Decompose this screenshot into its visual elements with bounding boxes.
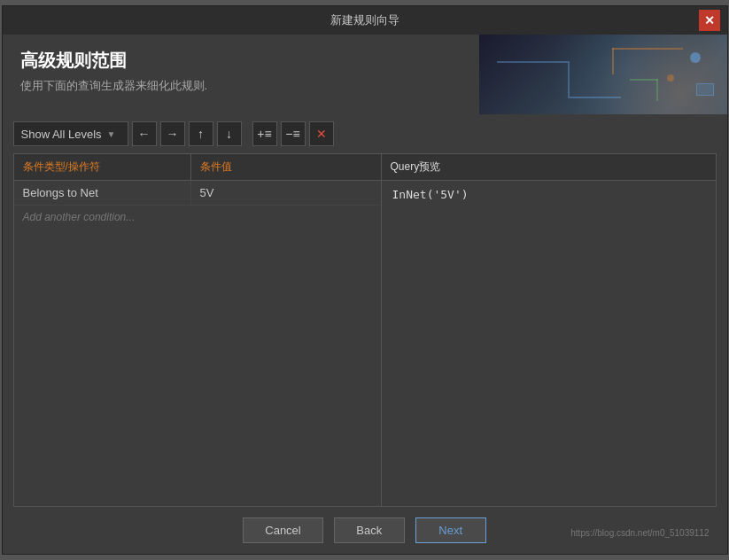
pcb-decoration [630,79,658,81]
header-section: 高级规则范围 使用下面的查询生成器来细化此规则. [3,35,727,114]
move-up-button[interactable]: ↑ [189,121,213,146]
conditions-panel: 条件类型/操作符 条件值 Belongs to Net 5V Add anoth… [14,154,382,506]
pcb-decoration [568,61,570,97]
pcb-component [696,83,714,96]
header-text: 高级规则范围 使用下面的查询生成器来细化此规则. [3,35,479,114]
move-down-button[interactable]: ↓ [217,121,242,146]
pcb-decoration [497,61,568,63]
clear-button[interactable]: ✕ [309,121,334,146]
add-row-button[interactable]: +≡ [252,121,277,146]
levels-dropdown[interactable]: Show All Levels ▼ [13,121,128,146]
col-value-header: 条件值 [191,154,381,180]
query-panel: Query预览 InNet('5V') [382,154,716,506]
col-type-header: 条件类型/操作符 [14,154,191,180]
pcb-component [690,52,701,63]
row-type-cell: Belongs to Net [14,181,191,205]
watermark: https://blog.csdn.net/m0_51039112 [570,528,709,538]
dialog: 新建规则向导 ✕ 高级规则范围 使用下面的查询生成器来细化此规则. Show A… [2,5,728,555]
table-row[interactable]: Belongs to Net 5V [14,181,381,206]
query-preview: InNet('5V') [382,181,716,506]
table-header: 条件类型/操作符 条件值 [14,154,381,181]
next-button[interactable]: Next [415,517,486,543]
toolbar: Show All Levels ▼ ← → ↑ ↓ +≡ −≡ ✕ [3,114,727,153]
row-value-cell: 5V [191,181,381,205]
pcb-component [667,74,674,82]
remove-row-button[interactable]: −≡ [281,121,306,146]
pcb-decoration [656,79,658,101]
pcb-decoration [612,48,614,74]
move-right-button[interactable]: → [160,121,185,146]
header-title: 高级规则范围 [20,49,461,73]
chevron-down-icon: ▼ [107,129,116,139]
table-body: Belongs to Net 5V Add another condition.… [14,181,381,506]
query-header: Query预览 [382,154,716,181]
add-condition-link[interactable]: Add another condition... [14,206,381,229]
pcb-decoration [612,48,683,50]
cancel-button[interactable]: Cancel [243,517,322,543]
dialog-title: 新建规则向导 [330,12,399,28]
back-button[interactable]: Back [334,517,405,543]
dropdown-label: Show All Levels [21,128,102,141]
title-bar: 新建规则向导 ✕ [3,6,727,35]
content-area: 条件类型/操作符 条件值 Belongs to Net 5V Add anoth… [13,153,717,507]
pcb-decoration [568,97,621,98]
header-subtitle: 使用下面的查询生成器来细化此规则. [20,78,461,94]
move-left-button[interactable]: ← [132,121,157,146]
close-button[interactable]: ✕ [699,10,720,31]
header-image [479,35,727,114]
